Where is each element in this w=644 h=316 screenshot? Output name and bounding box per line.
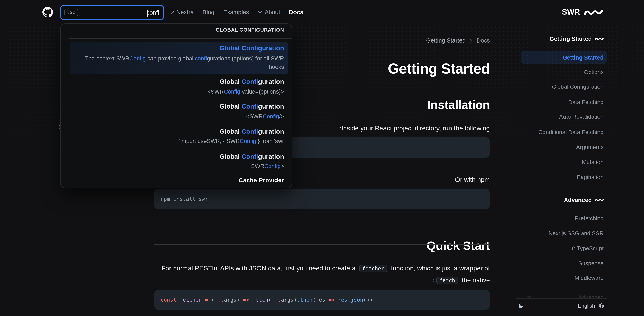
globe-icon: [598, 303, 604, 309]
nav-link-label: Examples: [223, 9, 249, 15]
wave-icon: [595, 37, 604, 41]
search-group-heading: Cache Provider: [239, 177, 284, 183]
nav-link-nextra[interactable]: ↗ Nextra: [170, 9, 194, 15]
sidebar-footer-divider: [516, 298, 607, 299]
result-excerpt: <SWRConfig/>: [70, 112, 288, 120]
swr-logo-text: SWR: [562, 8, 580, 17]
code-block-fetcher: const fetcher = (...args) => fetch(...ar…: [154, 290, 490, 310]
nav-link-label: About: [265, 9, 280, 15]
sidebar-item-auto-revalidation[interactable]: Auto Revalidation: [508, 113, 604, 120]
sidebar-section-advanced[interactable]: Advanced: [508, 196, 604, 204]
top-navbar: ESC ↗ Nextra Blog Examples About Docs: [0, 0, 644, 24]
esc-key-badge[interactable]: ESC: [64, 9, 78, 16]
sidebar-item-prefetching[interactable]: Prefetching: [508, 215, 604, 222]
sidebar-item-suspense[interactable]: Suspense: [508, 259, 604, 267]
quick-start-paragraph-line-2: :fetch the native: [154, 275, 490, 286]
sidebar-item-pagination[interactable]: Pagination: [508, 173, 604, 180]
result-title: Global Configuration: [70, 127, 288, 136]
github-link[interactable]: [42, 7, 53, 18]
nav-link-label: Docs: [289, 9, 304, 15]
sidebar-item-nextjs-ssg-ssr[interactable]: Next.js SSG and SSR: [508, 229, 604, 237]
result-title: Global Configuration: [70, 152, 288, 161]
sidebar-item-typescript[interactable]: (: TypeScript: [508, 244, 604, 252]
swr-logo-wave-icon: [584, 8, 603, 16]
result-excerpt: The context SWRConfig can provide global…: [70, 54, 288, 63]
language-label: English: [578, 303, 595, 309]
external-link-icon: ↗: [170, 10, 174, 15]
nav-link-label: Blog: [203, 9, 214, 15]
sidebar-item-global-configuration[interactable]: Global Configuration: [508, 83, 604, 90]
quick-start-heading: Quick Start: [154, 238, 490, 253]
search-group-heading: GLOBAL CONFIGURATION: [216, 27, 284, 33]
result-title: Global Configuration: [70, 44, 288, 53]
sidebar-section-label: Getting Started: [550, 36, 592, 42]
result-title: Global Configuration: [70, 102, 288, 111]
code-text: npm install swr: [160, 196, 208, 202]
search-results-dropdown: GLOBAL CONFIGURATION Global Configuratio…: [60, 24, 292, 188]
code-block-npm-install: npm install swr: [154, 189, 490, 209]
search-result[interactable]: Global Configuration 'import useSWR, { S…: [70, 127, 288, 147]
breadcrumb-chevron-icon: [468, 38, 474, 43]
swr-docs-page: ESC ↗ Nextra Blog Examples About Docs: [0, 0, 644, 316]
sidebar-item-options[interactable]: Options: [508, 68, 604, 76]
theme-toggle-button[interactable]: [516, 301, 526, 310]
github-icon: [42, 7, 53, 18]
wave-icon: [595, 198, 604, 202]
search-result[interactable]: Global Configuration SWRConfig>: [70, 152, 288, 172]
sidebar: Getting Started Getting Started Options …: [508, 0, 607, 316]
breadcrumb-current: Getting Started: [426, 37, 466, 44]
nav-link-examples[interactable]: Examples: [223, 9, 249, 15]
result-excerpt: .hooks: [70, 63, 288, 72]
sidebar-item-conditional-data-fetching[interactable]: Conditional Data Fetching: [508, 128, 604, 136]
sidebar-section-label: Advanced: [564, 197, 592, 203]
result-title: Global Configuration: [70, 77, 288, 86]
sidebar-item-advanced-faded[interactable]: Advanced: [508, 293, 604, 301]
section-divider: [154, 244, 490, 244]
sidebar-item-label: Getting Started: [563, 54, 604, 61]
sidebar-item-mutation[interactable]: Mutation: [508, 158, 604, 166]
nav-link-docs[interactable]: Docs: [289, 9, 304, 15]
chevron-down-icon: [527, 294, 532, 299]
nav-link-blog[interactable]: Blog: [203, 9, 214, 15]
sidebar-item-getting-started[interactable]: Getting Started: [520, 51, 607, 64]
code-text: const fetcher = (...args) => fetch(...ar…: [160, 296, 373, 303]
result-excerpt: SWRConfig>: [70, 162, 288, 171]
search-result-selected[interactable]: Global Configuration The context SWRConf…: [70, 42, 288, 74]
navbar-links: ↗ Nextra Blog Examples About Docs: [170, 0, 304, 24]
swr-logo[interactable]: SWR: [562, 0, 603, 24]
search-result[interactable]: Global Configuration <SWRConfig value={o…: [70, 77, 288, 97]
nav-menu-about[interactable]: About: [258, 9, 280, 15]
sidebar-item-middleware[interactable]: Middleware: [508, 274, 604, 281]
sidebar-section-getting-started[interactable]: Getting Started: [508, 35, 604, 43]
text-caret: [147, 10, 148, 17]
toc-footer-divider: [36, 112, 60, 112]
nav-link-label: Nextra: [176, 9, 194, 15]
language-selector[interactable]: English: [578, 301, 604, 310]
chevron-down-icon: [258, 10, 263, 15]
result-excerpt: <SWRConfig value={options}>: [70, 87, 288, 96]
breadcrumb-parent[interactable]: Docs: [476, 37, 490, 44]
search-box[interactable]: ESC: [60, 5, 164, 20]
result-excerpt: 'import useSWR, { SWRConfig } from 'swr: [70, 137, 288, 146]
sidebar-item-data-fetching[interactable]: Data Fetching: [508, 98, 604, 106]
search-group-divider: [69, 39, 292, 39]
quick-start-paragraph-line-1: For normal RESTful APIs with JSON data, …: [154, 263, 490, 274]
sidebar-item-arguments[interactable]: Arguments: [508, 143, 604, 150]
moon-icon: [518, 303, 524, 309]
search-result[interactable]: Global Configuration <SWRConfig/>: [70, 102, 288, 121]
